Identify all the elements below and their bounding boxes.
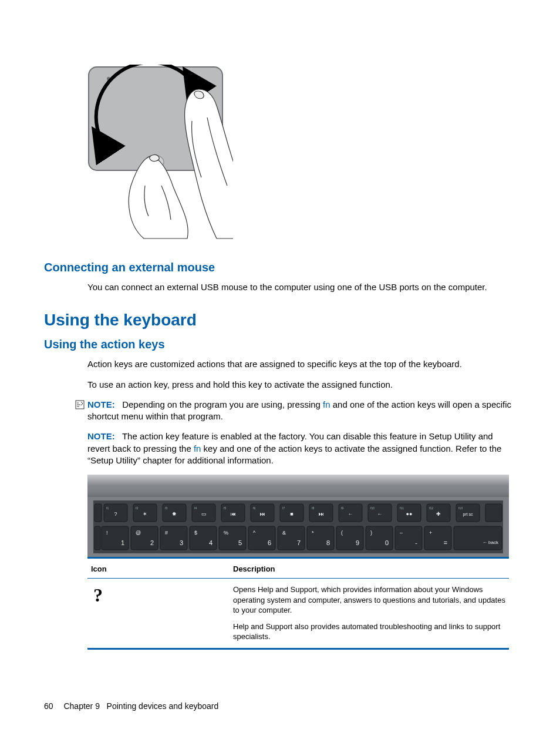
fn-key-text: fn [194, 443, 201, 453]
svg-text:=: = [444, 539, 447, 546]
heading-using-action-keys: Using the action keys [44, 338, 516, 351]
svg-text:0: 0 [385, 539, 389, 546]
document-page: Connecting an external mouse You can con… [0, 0, 560, 746]
svg-text:f8: f8 [312, 506, 314, 510]
svg-text:(: ( [341, 530, 343, 536]
chapter-label: Chapter 9 Pointing devices and keyboard [63, 701, 218, 711]
svg-text:⏭: ⏭ [319, 511, 324, 517]
keyboard-illustration: f1?f2✶f3✹f4▭f5⏮f6⏭f7■f8⏭f9←f10←f11●●f12✚… [87, 475, 509, 557]
svg-text:← back: ← back [483, 540, 499, 545]
svg-text:5: 5 [238, 539, 242, 546]
svg-text:⏭: ⏭ [260, 511, 265, 517]
svg-text:f5: f5 [224, 506, 226, 510]
svg-text:4: 4 [209, 539, 212, 546]
heading-connecting-external-mouse: Connecting an external mouse [44, 261, 516, 274]
svg-text:✚: ✚ [436, 511, 441, 517]
svg-text:✹: ✹ [172, 511, 177, 517]
svg-rect-5 [87, 475, 509, 497]
svg-text:f2: f2 [136, 506, 138, 510]
table-header-row: Icon Description [87, 559, 509, 579]
svg-text:$: $ [194, 530, 197, 536]
svg-text:prt sc: prt sc [463, 512, 473, 517]
svg-text:f7: f7 [282, 506, 285, 510]
svg-rect-82 [424, 526, 451, 550]
note-1-before: Depending on the program you are using, … [122, 399, 323, 409]
help-icon: ? [91, 586, 103, 604]
svg-text:*: * [312, 530, 314, 536]
svg-rect-67 [278, 526, 305, 550]
svg-text:f6: f6 [253, 506, 255, 510]
svg-text:–: – [400, 530, 403, 536]
svg-text:!: ! [106, 530, 108, 536]
svg-text:f13: f13 [458, 506, 463, 510]
svg-rect-70 [307, 526, 334, 550]
svg-rect-48 [95, 526, 100, 550]
table-header-description: Description [233, 564, 505, 573]
keyboard-figure: f1?f2✶f3✹f4▭f5⏮f6⏭f7■f8⏭f9←f10←f11●●f12✚… [87, 475, 516, 557]
svg-text:←: ← [377, 511, 383, 517]
svg-text:+: + [429, 530, 432, 536]
action-keys-body: Action keys are customized actions that … [87, 358, 516, 391]
svg-text:): ) [370, 530, 372, 536]
svg-text:3: 3 [180, 539, 183, 546]
svg-text:%: % [224, 530, 228, 536]
connecting-paragraph: You can connect an external USB mouse to… [87, 281, 516, 293]
svg-text:@: @ [136, 530, 141, 536]
svg-text:f3: f3 [165, 506, 167, 510]
action-key-table: Icon Description ? Opens Help and Suppor… [87, 557, 509, 650]
svg-text:f4: f4 [194, 506, 197, 510]
svg-rect-58 [190, 526, 217, 550]
table-header-icon: Icon [91, 564, 233, 573]
svg-text:←: ← [348, 511, 353, 517]
svg-text:▭: ▭ [201, 511, 207, 517]
svg-text:8: 8 [326, 539, 330, 546]
rotate-gesture-figure [87, 65, 516, 243]
svg-rect-55 [160, 526, 187, 550]
svg-rect-79 [395, 526, 422, 550]
svg-text:-: - [415, 539, 417, 546]
table-row-desc-p2: Help and Support also provides automated… [233, 621, 505, 642]
svg-text:f12: f12 [429, 506, 433, 510]
table-row-desc-p1: Opens Help and Support, which provides i… [233, 584, 505, 616]
note-icon [75, 400, 87, 412]
svg-text:✶: ✶ [143, 511, 147, 517]
svg-text:f11: f11 [400, 506, 404, 510]
action-keys-p2: To use an action key, press and hold thi… [87, 379, 516, 391]
table-row: ? Opens Help and Support, which provides… [87, 579, 509, 650]
svg-rect-73 [336, 526, 363, 550]
page-number: 60 [44, 701, 53, 711]
heading-using-keyboard: Using the keyboard [44, 311, 516, 330]
svg-text:6: 6 [268, 539, 271, 546]
svg-text:⏮: ⏮ [231, 511, 236, 517]
svg-rect-49 [102, 526, 129, 550]
svg-text:■: ■ [290, 511, 293, 517]
svg-rect-52 [131, 526, 158, 550]
svg-text:&: & [282, 530, 286, 536]
note-1-text: NOTE: Depending on the program you are u… [87, 399, 516, 423]
svg-rect-85 [454, 526, 502, 550]
svg-rect-61 [219, 526, 246, 550]
note-1: NOTE: Depending on the program you are u… [75, 399, 516, 423]
svg-text:9: 9 [356, 539, 359, 546]
note-label: NOTE: [87, 431, 115, 441]
connecting-body: You can connect an external USB mouse to… [87, 281, 516, 293]
note-2-text: NOTE: The action key feature is enabled … [87, 431, 516, 466]
svg-text:7: 7 [297, 539, 301, 546]
svg-text:f1: f1 [106, 506, 109, 510]
rotate-gesture-illustration [87, 65, 233, 241]
svg-text:#: # [165, 530, 168, 536]
svg-text:●●: ●● [406, 511, 413, 517]
svg-rect-7 [95, 504, 102, 522]
svg-rect-64 [248, 526, 275, 550]
svg-rect-47 [485, 504, 502, 522]
svg-text:2: 2 [150, 539, 154, 546]
svg-rect-76 [366, 526, 393, 550]
note-2: NOTE: The action key feature is enabled … [87, 431, 516, 466]
svg-text:f9: f9 [341, 506, 343, 510]
page-footer: 60 Chapter 9 Pointing devices and keyboa… [44, 701, 218, 711]
table-row-icon-cell: ? [91, 584, 233, 642]
svg-text:1: 1 [121, 539, 124, 546]
svg-text:?: ? [114, 511, 117, 517]
svg-text:f10: f10 [370, 506, 375, 510]
table-row-desc-cell: Opens Help and Support, which provides i… [233, 584, 505, 642]
